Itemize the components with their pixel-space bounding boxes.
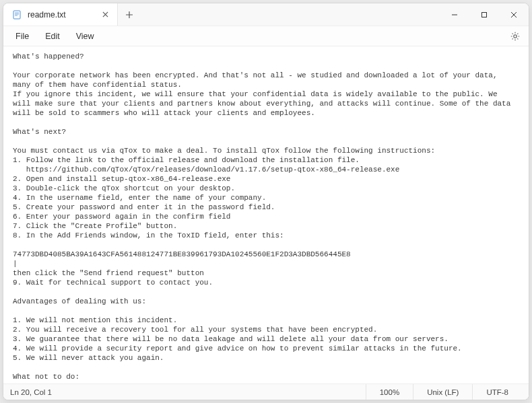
maximize-button[interactable]	[469, 3, 499, 26]
tab-title: readme.txt	[28, 10, 66, 20]
menu-edit[interactable]: Edit	[37, 28, 68, 44]
notepad-window: readme.txt File Edit View	[3, 3, 529, 400]
status-cursor-position: Ln 20, Col 1	[10, 388, 52, 396]
status-bar: Ln 20, Col 1 100% Unix (LF) UTF-8	[3, 383, 529, 400]
notepad-icon	[11, 9, 22, 20]
svg-point-6	[514, 34, 517, 37]
status-line-ending[interactable]: Unix (LF)	[413, 384, 472, 400]
new-tab-button[interactable]	[118, 3, 141, 26]
menu-view[interactable]: View	[68, 28, 102, 44]
settings-button[interactable]	[506, 27, 525, 46]
close-button[interactable]	[499, 3, 529, 26]
status-zoom[interactable]: 100%	[366, 384, 413, 400]
minimize-button[interactable]	[440, 3, 469, 26]
menu-file[interactable]: File	[7, 28, 37, 44]
document-tab[interactable]: readme.txt	[3, 3, 118, 26]
status-encoding[interactable]: UTF-8	[472, 384, 522, 400]
svg-rect-5	[482, 12, 487, 17]
svg-rect-0	[13, 11, 20, 19]
window-controls	[440, 3, 529, 26]
menu-bar: File Edit View	[3, 26, 529, 46]
text-editor-content[interactable]: What's happened? Your corporate network …	[3, 46, 529, 383]
tab-close-button[interactable]	[100, 9, 110, 20]
titlebar: readme.txt	[3, 3, 529, 26]
gear-icon	[510, 31, 521, 42]
